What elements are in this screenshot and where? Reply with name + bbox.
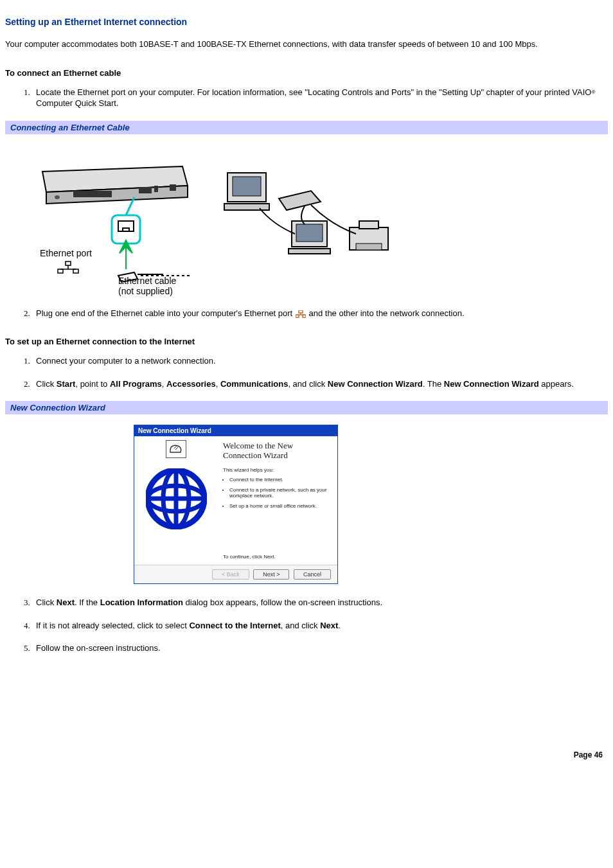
list-item: Follow the on-screen instructions. xyxy=(32,642,608,654)
ui-term: Start xyxy=(57,379,76,389)
step-text: . If the xyxy=(75,598,100,607)
label-ethernet-cable: Ethernet cable xyxy=(118,276,176,286)
svg-rect-19 xyxy=(296,224,323,242)
wizard-titlebar: New Connection Wizard xyxy=(134,425,337,436)
ui-term: Accessories xyxy=(166,379,216,389)
wizard-bullet: Connect to the Internet. xyxy=(229,477,331,483)
svg-text:Ethernet port: Ethernet port xyxy=(40,248,92,258)
step-text: , and click xyxy=(288,379,327,389)
step-text: and the other into the network connectio… xyxy=(308,308,464,318)
registered-mark: ® xyxy=(591,89,595,95)
svg-rect-24 xyxy=(299,310,303,313)
wizard-helps-text: This wizard helps you: xyxy=(223,467,331,473)
svg-rect-1 xyxy=(73,191,112,197)
page-number: Page 46 xyxy=(5,750,608,759)
step-text: Click xyxy=(36,379,57,389)
figure-wizard: New Connection Wizard Welcome to xyxy=(5,414,608,597)
svg-rect-9 xyxy=(66,261,71,265)
svg-rect-13 xyxy=(73,269,78,273)
svg-rect-17 xyxy=(224,204,269,210)
list-item: Plug one end of the Ethernet cable into … xyxy=(32,308,608,319)
list-item: Click Start, point to All Programs, Acce… xyxy=(32,378,608,390)
wizard-window: New Connection Wizard Welcome to xyxy=(134,425,338,584)
svg-rect-16 xyxy=(233,177,261,196)
section-setup-heading: To set up an Ethernet connection to the … xyxy=(5,337,608,346)
wizard-bullet: Set up a home or small office network. xyxy=(229,503,331,509)
svg-rect-20 xyxy=(289,249,330,254)
ui-term: New Connection Wizard xyxy=(328,379,423,389)
ui-term: Communications xyxy=(220,379,288,389)
intro-paragraph: Your computer accommodates both 10BASE-T… xyxy=(5,39,608,50)
list-item: Click Next. If the Location Information … xyxy=(32,597,608,608)
list-item: If it is not already selected, click to … xyxy=(32,620,608,632)
step-text: , and click xyxy=(281,621,320,630)
ui-term: New Connection Wizard xyxy=(444,379,539,389)
ui-term: Location Information xyxy=(100,598,183,607)
step-text: Click xyxy=(36,598,57,607)
ui-term: Next xyxy=(320,621,338,630)
figure-title-wizard: New Connection Wizard xyxy=(5,401,608,414)
figure-ethernet-cable: Ethernet port Ethernet cable (not suppli… xyxy=(5,134,608,308)
ethernet-diagram: Ethernet port Ethernet cable (not suppli… xyxy=(35,147,202,295)
svg-rect-22 xyxy=(359,221,378,229)
back-button[interactable]: < Back xyxy=(212,569,249,580)
page-title: Setting up an Ethernet Internet connecti… xyxy=(5,17,608,27)
step-text: , xyxy=(216,379,220,389)
svg-rect-28 xyxy=(303,315,306,317)
step-text: . The xyxy=(423,379,444,389)
step-text: If it is not already selected, click to … xyxy=(36,621,189,630)
step-text: appears. xyxy=(539,379,574,389)
ethernet-port-icon xyxy=(296,310,306,317)
svg-rect-4 xyxy=(170,184,176,191)
figure-title-ethernet: Connecting an Ethernet Cable xyxy=(5,121,608,134)
list-item: Connect your computer to a network conne… xyxy=(32,355,608,367)
svg-rect-6 xyxy=(118,221,134,231)
step-text: . xyxy=(338,621,341,630)
cancel-button[interactable]: Cancel xyxy=(294,569,331,580)
ui-term: All Programs xyxy=(110,379,162,389)
wizard-side-panel xyxy=(134,436,218,565)
wizard-hand-icon xyxy=(166,440,186,458)
section-connect-cable-heading: To connect an Ethernet cable xyxy=(5,68,608,78)
svg-rect-3 xyxy=(154,186,158,192)
ui-term: Next xyxy=(57,598,75,607)
next-button[interactable]: Next > xyxy=(253,569,289,580)
step-text: Locate the Ethernet port on your compute… xyxy=(36,87,591,97)
step-text: , point to xyxy=(75,379,109,389)
wizard-welcome-text: Welcome to the New Connection Wizard xyxy=(223,441,331,461)
wizard-content: Welcome to the New Connection Wizard Thi… xyxy=(218,436,337,565)
step-text: Plug one end of the Ethernet cable into … xyxy=(36,308,295,318)
svg-rect-12 xyxy=(58,269,63,273)
list-item: Locate the Ethernet port on your compute… xyxy=(32,87,608,109)
step-text: Computer Quick Start. xyxy=(36,98,119,108)
svg-point-0 xyxy=(55,195,60,199)
svg-rect-7 xyxy=(123,228,129,231)
label-not-supplied: (not supplied) xyxy=(118,286,176,296)
globe-icon xyxy=(146,468,207,529)
step-text: , xyxy=(162,379,166,389)
wizard-button-row: < Back Next > Cancel xyxy=(134,565,337,583)
svg-rect-23 xyxy=(356,244,382,250)
network-diagram xyxy=(221,166,401,269)
wizard-continue-text: To continue, click Next. xyxy=(223,536,331,560)
ui-term: Connect to the Internet xyxy=(189,621,280,630)
step-text: dialog box appears, follow the on-screen… xyxy=(183,598,382,607)
svg-rect-27 xyxy=(296,315,299,317)
wizard-bullet: Connect to a private network, such as yo… xyxy=(229,487,331,499)
wizard-bullet-list: Connect to the Internet. Connect to a pr… xyxy=(223,477,331,513)
svg-rect-2 xyxy=(139,187,152,193)
